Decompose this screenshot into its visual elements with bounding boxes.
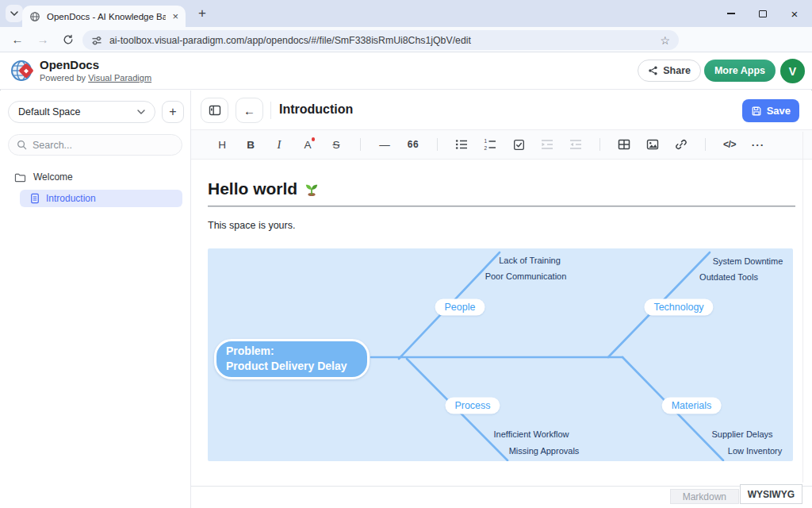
sidebar-item-welcome[interactable]: Welcome: [0, 168, 190, 186]
maximize-button[interactable]: [747, 0, 779, 27]
outdent-icon: [569, 139, 582, 150]
blockquote-button[interactable]: 66: [401, 134, 425, 155]
add-space-button[interactable]: +: [162, 101, 184, 123]
sidebar-search[interactable]: [8, 134, 182, 156]
cause-label: Lack of Training: [499, 256, 561, 265]
toggle-sidebar-button[interactable]: [201, 98, 228, 123]
font-color-glyph: A: [304, 139, 311, 151]
heading-button[interactable]: H: [210, 134, 234, 155]
italic-button[interactable]: I: [267, 134, 291, 155]
tab-search-button[interactable]: [6, 5, 23, 22]
sidebar: Default Space + Welcome: [0, 90, 191, 508]
toolbar-divider: [437, 138, 438, 151]
search-input[interactable]: [33, 140, 174, 151]
tab-wysiwyg[interactable]: WYSIWYG: [740, 484, 802, 504]
color-dot-icon: [312, 137, 316, 141]
cause-label: Outdated Tools: [699, 272, 758, 282]
bulleted-list-button[interactable]: [450, 134, 473, 155]
cause-label: Missing Approvals: [509, 446, 580, 456]
back-button[interactable]: ←: [6, 27, 29, 52]
maximize-icon: [759, 10, 767, 17]
tab-close-icon[interactable]: ×: [172, 11, 178, 21]
forward-button[interactable]: →: [32, 27, 54, 52]
user-avatar[interactable]: V: [780, 59, 805, 83]
save-button[interactable]: Save: [742, 99, 799, 122]
table-icon: [618, 139, 630, 150]
window-controls: ×: [715, 0, 810, 27]
toolbar-divider: [705, 138, 706, 151]
folder-label: Welcome: [33, 171, 73, 183]
strikethrough-button[interactable]: S: [324, 134, 348, 155]
bookmark-star-icon[interactable]: ☆: [660, 34, 670, 47]
back-doc-button[interactable]: ←: [236, 98, 263, 123]
browser-tab-strip: OpenDocs - AI Knowledge Base × + ×: [0, 0, 812, 27]
svg-text:1: 1: [485, 139, 488, 144]
powered-by: Powered by Visual Paradigm: [40, 73, 151, 83]
minimize-button[interactable]: [715, 0, 747, 27]
powered-by-prefix: Powered by: [40, 73, 88, 83]
branch-technology: Technology: [644, 299, 713, 316]
branch-people: People: [435, 299, 485, 316]
new-tab-button[interactable]: +: [193, 4, 212, 23]
bold-button[interactable]: B: [239, 134, 262, 155]
problem-label-2: Product Delivery Delay: [226, 359, 367, 374]
share-icon: [648, 65, 658, 76]
font-color-button[interactable]: A: [296, 134, 320, 155]
more-tools-button[interactable]: ···: [746, 134, 770, 155]
brand-block: OpenDocs Powered by Visual Paradigm: [40, 58, 151, 83]
doc-header: ← Introduction Save: [191, 90, 812, 129]
folder-icon: [14, 172, 26, 183]
indent-button[interactable]: [535, 134, 559, 155]
link-button[interactable]: [669, 134, 693, 155]
doc-title: Introduction: [279, 102, 353, 117]
browser-navbar: ← → ai-toolbox.visual-paradigm.com/app/o…: [0, 27, 812, 52]
share-label: Share: [663, 65, 691, 76]
branch-process: Process: [445, 398, 500, 414]
browser-tab[interactable]: OpenDocs - AI Knowledge Base ×: [22, 6, 186, 27]
cause-label: Inefficient Workflow: [494, 429, 569, 439]
space-selector[interactable]: Default Space: [8, 101, 155, 123]
globe-favicon-icon: [29, 11, 40, 22]
save-icon: [751, 106, 762, 117]
indent-icon: [541, 139, 553, 150]
cause-label: Supplier Delays: [711, 429, 772, 439]
address-bar[interactable]: ai-toolbox.visual-paradigm.com/app/opend…: [82, 30, 679, 50]
doc-tree: Welcome Introduction: [0, 168, 190, 207]
reload-icon: [63, 34, 74, 45]
doc-body[interactable]: Hello world This space is yours.: [191, 179, 812, 461]
share-button[interactable]: Share: [638, 60, 701, 82]
doc-heading-text: Hello world: [208, 179, 297, 198]
image-button[interactable]: [641, 134, 665, 155]
heading-rule: [208, 206, 795, 207]
problem-node: Problem: Product Delivery Delay: [214, 339, 370, 379]
reload-button[interactable]: [57, 27, 79, 52]
task-list-button[interactable]: [507, 134, 530, 155]
close-window-button[interactable]: ×: [779, 0, 810, 27]
tab-markdown[interactable]: Markdown: [670, 489, 739, 504]
sidebar-item-introduction[interactable]: Introduction: [20, 190, 182, 207]
scrollbar-track[interactable]: [802, 132, 803, 483]
search-icon: [17, 140, 27, 150]
visual-paradigm-link[interactable]: Visual Paradigm: [88, 73, 151, 83]
editor-toolbar: H B I A S — 66 1 2: [191, 129, 812, 160]
chevron-down-icon: [137, 110, 145, 114]
site-settings-icon: [91, 35, 102, 46]
browser-window: OpenDocs - AI Knowledge Base × + × ← →: [0, 0, 812, 508]
task-list-icon: [513, 139, 525, 151]
table-button[interactable]: [612, 134, 636, 155]
numbered-list-button[interactable]: 1 2: [478, 134, 502, 155]
numbered-list-icon: 1 2: [484, 139, 496, 150]
more-apps-button[interactable]: More Apps: [704, 60, 776, 82]
url-text[interactable]: ai-toolbox.visual-paradigm.com/app/opend…: [109, 35, 653, 46]
outdent-button[interactable]: [564, 134, 588, 155]
code-block-button[interactable]: </>: [718, 134, 741, 155]
fishbone-diagram[interactable]: Problem: Product Delivery Delay People T…: [208, 248, 793, 461]
doc-heading: Hello world: [208, 179, 795, 198]
branch-materials: Materials: [662, 398, 722, 414]
cause-label: Low Inventory: [728, 446, 782, 456]
close-icon: ×: [791, 8, 799, 20]
toolbar-divider: [599, 138, 600, 151]
cause-label: Poor Communication: [485, 271, 567, 281]
horizontal-rule-button[interactable]: —: [373, 134, 396, 155]
document-icon: [30, 193, 40, 204]
